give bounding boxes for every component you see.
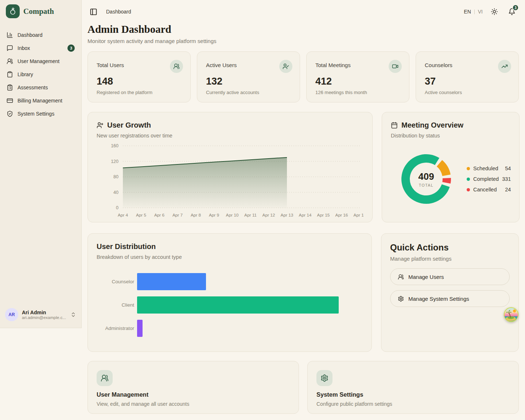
- calendar-icon: [391, 122, 398, 129]
- sidebar-item-assessments[interactable]: Assessments: [4, 81, 78, 94]
- donut-total-label: TOTAL: [419, 183, 433, 187]
- card-title: User Growth: [107, 121, 151, 129]
- manage-users-button[interactable]: Manage Users: [390, 268, 510, 285]
- card-title: User Distribution: [97, 242, 156, 251]
- quick-actions-card: Quick Actions Manage platform settings M…: [381, 233, 519, 352]
- inbox-badge: 3: [67, 44, 75, 52]
- user-plus-icon: [97, 122, 104, 129]
- stat-description: Registered on the platform: [97, 90, 183, 95]
- svg-text:Apr 4: Apr 4: [118, 213, 128, 218]
- user-management-shortcut-card[interactable]: User Management View, edit, and manage a…: [88, 361, 299, 414]
- legend-dot: [467, 188, 470, 191]
- svg-text:Apr 16: Apr 16: [335, 213, 348, 218]
- clipboard-icon: [7, 71, 13, 78]
- language-vi[interactable]: VI: [478, 9, 483, 15]
- theme-toggle-button[interactable]: [489, 6, 500, 18]
- svg-text:0: 0: [116, 205, 118, 210]
- sun-icon: [491, 8, 498, 15]
- legend-label: Cancelled: [473, 187, 502, 192]
- sidebar-item-label: User Management: [18, 58, 75, 64]
- user-email: ari.admin@example.c...: [22, 315, 67, 320]
- card-description: View, edit, and manage all user accounts: [97, 401, 290, 407]
- svg-text:Apr 8: Apr 8: [191, 213, 201, 218]
- brand-name: Compath: [23, 7, 54, 16]
- svg-text:80: 80: [113, 174, 118, 179]
- sidebar-item-label: Assessments: [18, 85, 75, 90]
- users-icon: [7, 58, 13, 65]
- bar-row-counselor: Counselor: [97, 273, 363, 290]
- svg-text:Apr 9: Apr 9: [209, 213, 219, 218]
- gear-icon: [320, 374, 328, 382]
- sidebar-item-library[interactable]: Library: [4, 68, 78, 81]
- notifications-button[interactable]: 3: [506, 6, 518, 18]
- main-content: Admin Dashboard Monitor system activity …: [82, 23, 525, 414]
- bar-row-administrator: Administrator: [97, 320, 363, 337]
- sidebar-item-label: System Settings: [18, 111, 75, 117]
- users-icon: [101, 374, 109, 382]
- svg-text:Apr 5: Apr 5: [136, 213, 147, 218]
- stat-label: Total Users: [97, 62, 124, 68]
- bar-client: [137, 296, 339, 314]
- svg-text:Apr 11: Apr 11: [244, 213, 257, 218]
- legend-item-scheduled: Scheduled 54: [467, 166, 511, 171]
- language-en[interactable]: EN: [464, 9, 471, 15]
- language-switcher: EN VI: [464, 9, 483, 15]
- stat-value: 132: [206, 76, 292, 87]
- island-sticker: [503, 307, 519, 323]
- users-icon: [173, 63, 180, 70]
- bar-counselor: [137, 273, 206, 290]
- sidebar-item-user-management[interactable]: User Management: [4, 55, 78, 68]
- card-title: System Settings: [316, 391, 510, 398]
- stat-card-total-meetings: Total Meetings 412 126 meetings this mon…: [306, 51, 409, 102]
- system-settings-shortcut-card[interactable]: System Settings Configure public platfor…: [307, 361, 519, 414]
- sidebar-nav: Dashboard Inbox 3 User Management Librar…: [0, 28, 81, 304]
- topbar: Dashboard EN VI 3: [82, 0, 525, 23]
- legend-dot: [467, 178, 470, 181]
- brand: Compath: [0, 0, 81, 23]
- button-label: Manage System Settings: [408, 296, 469, 302]
- stat-label: Counselors: [425, 62, 452, 68]
- gear-icon: [398, 296, 404, 302]
- sidebar-item-system-settings[interactable]: System Settings: [4, 107, 78, 120]
- card-subtitle: New user registrations over time: [97, 133, 363, 139]
- manage-system-settings-button[interactable]: Manage System Settings: [390, 290, 510, 307]
- panel-left-icon: [90, 8, 97, 16]
- stat-cards: Total Users 148 Registered on the platfo…: [88, 51, 519, 102]
- sidebar-item-inbox[interactable]: Inbox 3: [4, 42, 78, 55]
- svg-text:Apr 15: Apr 15: [317, 213, 330, 218]
- secondary-row: User Distribution Breakdown of users by …: [88, 233, 519, 352]
- user-profile[interactable]: AR Ari Admin ari.admin@example.c...: [0, 304, 81, 328]
- chevrons-up-down-icon: [70, 312, 76, 318]
- svg-text:Apr 17: Apr 17: [354, 213, 363, 218]
- sidebar-toggle-button[interactable]: [88, 6, 99, 17]
- user-name: Ari Admin: [22, 310, 67, 315]
- sidebar: Compath Dashboard Inbox 3 User Managemen…: [0, 0, 82, 328]
- shield-check-icon: [7, 110, 13, 117]
- avatar: AR: [5, 308, 18, 321]
- card-subtitle: Distribution by status: [391, 133, 510, 139]
- svg-text:40: 40: [113, 190, 118, 195]
- legend-value: 24: [505, 187, 511, 192]
- card-description: Configure public platform settings: [316, 401, 510, 407]
- stat-card-active-users: Active Users 132 Currently active accoun…: [197, 51, 300, 102]
- message-square-icon: [7, 45, 13, 51]
- sidebar-item-billing[interactable]: Billing Management: [4, 94, 78, 107]
- notification-badge: 3: [512, 4, 519, 11]
- trending-up-icon: [501, 63, 508, 70]
- credit-card-icon: [7, 97, 13, 104]
- sidebar-item-label: Inbox: [18, 45, 63, 51]
- stat-label: Active Users: [206, 62, 237, 68]
- user-check-icon: [283, 63, 289, 70]
- legend-item-completed: Completed 331: [467, 176, 511, 182]
- sidebar-item-dashboard[interactable]: Dashboard: [4, 28, 78, 42]
- shortcuts-row: User Management View, edit, and manage a…: [88, 361, 519, 414]
- card-title: User Management: [97, 391, 290, 398]
- svg-text:Apr 10: Apr 10: [226, 213, 239, 218]
- meeting-overview-card: Meeting Overview Distribution by status …: [382, 112, 520, 222]
- svg-text:Apr 7: Apr 7: [172, 213, 183, 218]
- user-growth-card: User Growth New user registrations over …: [88, 112, 373, 222]
- user-distribution-card: User Distribution Breakdown of users by …: [88, 233, 372, 352]
- charts-row: User Growth New user registrations over …: [88, 112, 519, 222]
- bar-label: Counselor: [97, 279, 134, 284]
- svg-text:Apr 12: Apr 12: [262, 213, 275, 218]
